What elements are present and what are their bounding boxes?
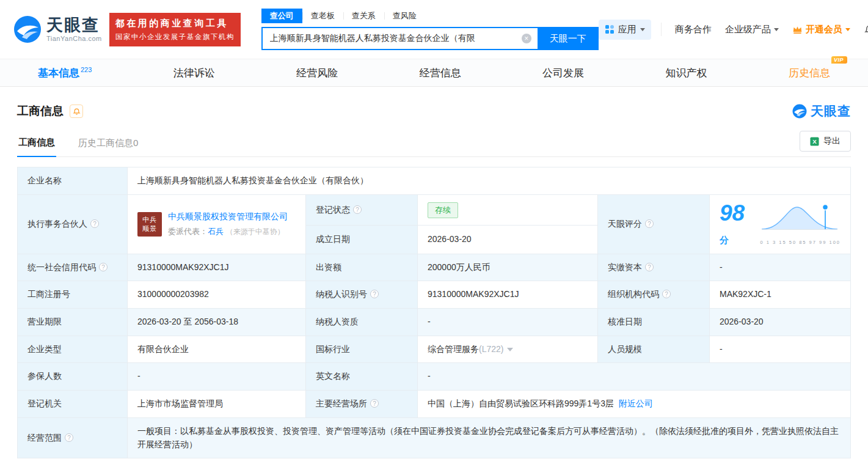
subtab-business-info[interactable]: 工商信息: [17, 132, 56, 157]
help-icon[interactable]: ?: [662, 290, 671, 298]
value-paid-capital: -: [710, 254, 851, 281]
label-score: 天眼评分?: [598, 194, 710, 254]
label-staff-size: 人员规模: [598, 336, 710, 363]
search-button[interactable]: 天眼一下: [538, 27, 599, 50]
label-approve-date: 核准日期: [598, 309, 710, 336]
value-insured-count: -: [128, 363, 306, 391]
chevron-down-icon: [845, 28, 850, 31]
chevron-down-icon[interactable]: [507, 348, 513, 351]
label-reg-status: 登记状态?: [306, 194, 418, 226]
search-tab-company[interactable]: 查公司: [261, 9, 302, 23]
nearby-companies-link[interactable]: 附近公司: [619, 398, 653, 408]
value-org-code: MAK92XJC-1: [710, 281, 851, 309]
menu-item-cooperation[interactable]: 商务合作: [675, 24, 712, 35]
label-company-name: 企业名称: [18, 167, 128, 195]
nav-tab-intellectual-property[interactable]: 知识产权: [665, 64, 709, 83]
help-icon[interactable]: ?: [370, 399, 379, 408]
value-english-name: -: [418, 363, 851, 391]
basic-info-count: 223: [81, 66, 92, 73]
help-icon[interactable]: ?: [645, 219, 654, 228]
label-industry: 国标行业: [306, 336, 418, 363]
label-address: 主要经营场所?: [306, 391, 418, 418]
label-taxpayer-id: 纳税人识别号?: [306, 281, 418, 309]
nav-tab-company-development[interactable]: 公司发展: [541, 64, 585, 83]
tianyancha-logo-icon: [13, 15, 42, 43]
score-axis-labels: 0 1 3 15 50 85 97 99 100: [760, 239, 841, 246]
value-industry: 综合管理服务(L722): [418, 336, 598, 363]
slogan-line1: 都在用的商业查询工具: [115, 18, 235, 29]
status-badge: 存续: [428, 202, 458, 218]
label-company-type: 企业类型: [18, 336, 128, 363]
search-box: × 天眼一下: [261, 27, 599, 50]
help-icon[interactable]: ?: [65, 433, 73, 442]
label-business-scope: 经营范围?: [18, 417, 128, 458]
tianyancha-logo[interactable]: 天眼查 TianYanCha.com: [13, 15, 102, 43]
divider: [661, 23, 662, 36]
business-info-table: 企业名称 上海顺新具身智能机器人私募投资基金合伙企业（有限合伙） 执行事务合伙人…: [17, 167, 851, 458]
search-tab-boss[interactable]: 查老板: [302, 9, 343, 23]
notification-bell-icon[interactable]: [864, 24, 868, 35]
label-paid-capital: 实缴资本?: [598, 254, 710, 281]
help-icon[interactable]: ?: [370, 290, 379, 298]
value-reg-status: 存续: [418, 194, 598, 226]
header: 天眼查 TianYanCha.com 都在用的商业查询工具 国家中小企业发展子基…: [0, 0, 868, 59]
row-business-term: 营业期限 2026-03-20 至 2056-03-18 纳税人资质 - 核准日…: [18, 309, 851, 336]
tianyancha-watermark-icon: [792, 104, 807, 119]
search-input[interactable]: [261, 27, 538, 50]
history-count: 0: [133, 138, 138, 148]
value-executive-partner: 中兵 顺景 中兵顺景股权投资管理有限公司 委派代表：石兵 （来源于中基协）: [128, 194, 306, 254]
clear-search-icon[interactable]: ×: [522, 34, 531, 43]
help-icon[interactable]: ?: [645, 263, 654, 271]
section-title: 工商信息: [17, 103, 64, 119]
chevron-down-icon: [774, 28, 779, 31]
search-tab-relation[interactable]: 查关系: [343, 9, 384, 23]
label-establish-date: 成立日期: [306, 226, 418, 254]
menu-item-enterprise[interactable]: 企业级产品: [725, 24, 779, 35]
export-button[interactable]: X 导出: [800, 131, 851, 152]
apps-button[interactable]: 应用: [599, 20, 651, 40]
nav-tab-history-info[interactable]: 历史信息 VIP: [787, 64, 831, 83]
logo-text-cn: 天眼查: [46, 17, 102, 35]
nav-tab-operation-risk[interactable]: 经营风险: [295, 64, 339, 83]
nav-tab-operation-info[interactable]: 经营信息: [418, 64, 462, 83]
value-approve-date: 2026-03-20: [710, 309, 851, 336]
value-taxpayer-id: 91310000MAK92XJC1J: [418, 281, 598, 309]
search-area: 查公司 查老板 查关系 查风险 × 天眼一下: [261, 9, 599, 50]
help-icon[interactable]: ?: [353, 205, 362, 214]
subtab-history-business-info[interactable]: 历史工商信息0: [77, 133, 139, 156]
search-tabs: 查公司 查老板 查关系 查风险: [261, 9, 599, 23]
section-header: 工商信息 天眼查: [17, 87, 851, 131]
label-org-code: 组织机构代码?: [598, 281, 710, 309]
nav-tab-legal[interactable]: 法律诉讼: [172, 64, 216, 83]
help-icon[interactable]: ?: [90, 219, 99, 228]
nav-tab-basic-info[interactable]: 基本信息223: [37, 64, 93, 83]
rep-source: （来源于中基协）: [226, 227, 285, 236]
label-capital: 出资额: [306, 254, 418, 281]
value-establish-date: 2026-03-20: [418, 226, 598, 254]
label-executive-partner: 执行事务合伙人?: [18, 194, 128, 254]
menu-item-vip[interactable]: 开通会员: [792, 24, 850, 35]
subscribe-bell-icon[interactable]: [70, 105, 83, 118]
label-insured-count: 参保人数: [18, 363, 128, 391]
vip-badge: VIP: [831, 56, 847, 64]
logo-text-en: TianYanCha.com: [46, 35, 102, 42]
partner-company-logo[interactable]: 中兵 顺景: [137, 212, 162, 237]
value-address: 中国（上海）自由贸易试验区环科路999弄1号3层 附近公司: [418, 391, 851, 418]
value-reg-number: 310000000203982: [128, 281, 306, 309]
subtabs: 工商信息 历史工商信息0 X 导出: [17, 131, 851, 157]
value-taxpayer-quality: -: [418, 309, 598, 336]
label-english-name: 英文名称: [306, 363, 418, 391]
score-number: 98分: [720, 202, 753, 247]
value-business-scope: 一般项目：以私募基金从事股权投资、投资管理、资产管理等活动（须在中国证券投资基金…: [128, 417, 851, 458]
rep-person-link[interactable]: 石兵: [208, 227, 224, 236]
row-partner-status: 执行事务合伙人? 中兵 顺景 中兵顺景股权投资管理有限公司 委派代表：石兵 （来…: [18, 194, 851, 226]
partner-company-link[interactable]: 中兵顺景股权投资管理有限公司: [168, 211, 288, 221]
value-credit-code: 91310000MAK92XJC1J: [128, 254, 306, 281]
apps-label: 应用: [618, 24, 636, 35]
search-tab-risk[interactable]: 查风险: [384, 9, 425, 23]
help-icon[interactable]: ?: [99, 263, 108, 271]
industry-code: (L722): [479, 344, 503, 354]
value-score: 98分 0 1 3 15 50 85 97 99 100: [710, 194, 851, 254]
brand-slogan-banner: 都在用的商业查询工具 国家中小企业发展子基金旗下机构: [109, 13, 241, 46]
header-menu: 应用 商务合作 企业级产品 开通会员: [599, 20, 868, 40]
